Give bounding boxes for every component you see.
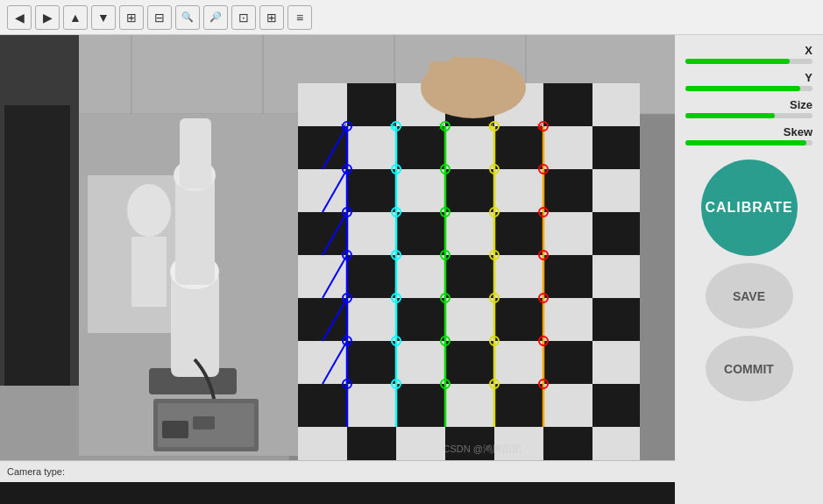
svg-rect-78 — [494, 384, 543, 427]
param-bar-bg-skew — [685, 140, 812, 146]
svg-rect-50 — [494, 212, 543, 255]
param-bar-fill-size — [685, 113, 775, 118]
svg-text:✕: ✕ — [438, 122, 445, 131]
camera-view: ✕ ✕ ✕ ✕ ✕ Camera type: CSDN @鸿腾阳阳 — [0, 35, 675, 482]
svg-rect-68 — [347, 341, 396, 384]
watermark: CSDN @鸿腾阳阳 — [443, 443, 521, 456]
view2-button[interactable]: ⊟ — [147, 5, 172, 30]
down-button[interactable]: ▼ — [91, 5, 116, 30]
view1-button[interactable]: ⊞ — [119, 5, 144, 30]
param-bar-bg-x — [685, 59, 812, 64]
commit-label: COMMIT — [724, 362, 774, 376]
svg-rect-17 — [175, 175, 215, 285]
camera-type-label: Camera type: — [7, 466, 65, 477]
forward-button[interactable]: ▶ — [35, 5, 60, 30]
svg-rect-65 — [543, 298, 592, 341]
main-area: ✕ ✕ ✕ ✕ ✕ Camera type: CSDN @鸿腾阳阳 X Y — [0, 35, 823, 504]
svg-rect-45 — [592, 169, 640, 212]
param-bar-bg-size — [685, 113, 812, 118]
calibrate-button[interactable]: CALIBRATE — [701, 160, 798, 256]
svg-rect-59 — [592, 255, 640, 298]
svg-rect-42 — [445, 169, 494, 212]
svg-rect-43 — [494, 169, 543, 212]
svg-rect-80 — [592, 384, 640, 427]
param-bar-fill-x — [685, 59, 790, 64]
svg-rect-79 — [543, 384, 592, 427]
status-bar: Camera type: — [0, 460, 675, 482]
param-bar-fill-y — [685, 86, 800, 91]
svg-rect-64 — [494, 298, 543, 341]
svg-text:✕: ✕ — [340, 122, 347, 131]
svg-rect-58 — [543, 255, 592, 298]
svg-rect-47 — [347, 212, 396, 255]
svg-rect-66 — [592, 298, 640, 341]
svg-rect-72 — [543, 341, 592, 384]
svg-rect-22 — [162, 421, 188, 438]
svg-rect-46 — [298, 212, 347, 255]
svg-rect-62 — [396, 298, 445, 341]
svg-text:✕: ✕ — [487, 122, 494, 131]
svg-rect-44 — [543, 169, 592, 212]
svg-rect-35 — [445, 126, 494, 169]
svg-rect-74 — [298, 384, 347, 427]
svg-rect-36 — [494, 126, 543, 169]
param-label-y: Y — [685, 71, 812, 84]
svg-rect-19 — [180, 118, 211, 188]
svg-rect-39 — [298, 169, 347, 212]
svg-rect-49 — [445, 212, 494, 255]
save-label: SAVE — [733, 289, 765, 303]
svg-rect-91 — [470, 60, 484, 96]
right-panel: X Y Size Skew CALIBR — [675, 35, 823, 504]
param-row-y: Y — [685, 71, 812, 91]
svg-rect-52 — [592, 212, 640, 255]
svg-rect-77 — [445, 384, 494, 427]
svg-rect-48 — [396, 212, 445, 255]
svg-rect-75 — [347, 384, 396, 427]
zoom-out-button[interactable]: 🔎 — [203, 5, 228, 30]
svg-rect-34 — [396, 126, 445, 169]
svg-rect-60 — [298, 298, 347, 341]
param-label-size: Size — [685, 98, 812, 111]
param-label-x: X — [685, 44, 812, 57]
svg-rect-54 — [347, 255, 396, 298]
svg-point-12 — [127, 184, 171, 237]
grid-button[interactable]: ⊞ — [259, 5, 284, 30]
svg-rect-71 — [494, 341, 543, 384]
svg-text:✕: ✕ — [536, 122, 543, 131]
back-button[interactable]: ◀ — [7, 5, 32, 30]
svg-rect-41 — [396, 169, 445, 212]
save-button[interactable]: SAVE — [706, 263, 793, 329]
zoom-in-button[interactable]: 🔍 — [175, 5, 200, 30]
svg-rect-30 — [543, 83, 592, 126]
reset-button[interactable]: ⊡ — [231, 5, 256, 30]
svg-rect-70 — [445, 341, 494, 384]
svg-rect-25 — [298, 83, 347, 126]
settings-button[interactable]: ≡ — [287, 5, 312, 30]
svg-rect-51 — [543, 212, 592, 255]
svg-rect-53 — [298, 255, 347, 298]
svg-rect-38 — [592, 126, 640, 169]
svg-rect-26 — [347, 83, 396, 126]
svg-rect-32 — [298, 126, 347, 169]
svg-rect-89 — [429, 61, 445, 96]
param-bar-bg-y — [685, 86, 812, 91]
param-row-skew: Skew — [685, 125, 812, 146]
svg-rect-63 — [445, 298, 494, 341]
calibrate-label: CALIBRATE — [705, 199, 792, 216]
svg-rect-57 — [494, 255, 543, 298]
svg-text:✕: ✕ — [389, 122, 396, 131]
commit-button[interactable]: COMMIT — [706, 336, 793, 401]
svg-rect-31 — [592, 83, 640, 126]
svg-rect-40 — [347, 169, 396, 212]
svg-rect-73 — [592, 341, 640, 384]
param-row-size: Size — [685, 98, 812, 118]
svg-rect-23 — [193, 416, 215, 429]
param-bar-fill-skew — [685, 140, 806, 146]
param-row-x: X — [685, 44, 812, 64]
room-background: ✕ ✕ ✕ ✕ ✕ — [0, 35, 675, 482]
up-button[interactable]: ▲ — [63, 5, 88, 30]
svg-rect-33 — [347, 126, 396, 169]
svg-rect-90 — [451, 57, 465, 96]
svg-rect-92 — [489, 63, 501, 96]
svg-rect-56 — [445, 255, 494, 298]
